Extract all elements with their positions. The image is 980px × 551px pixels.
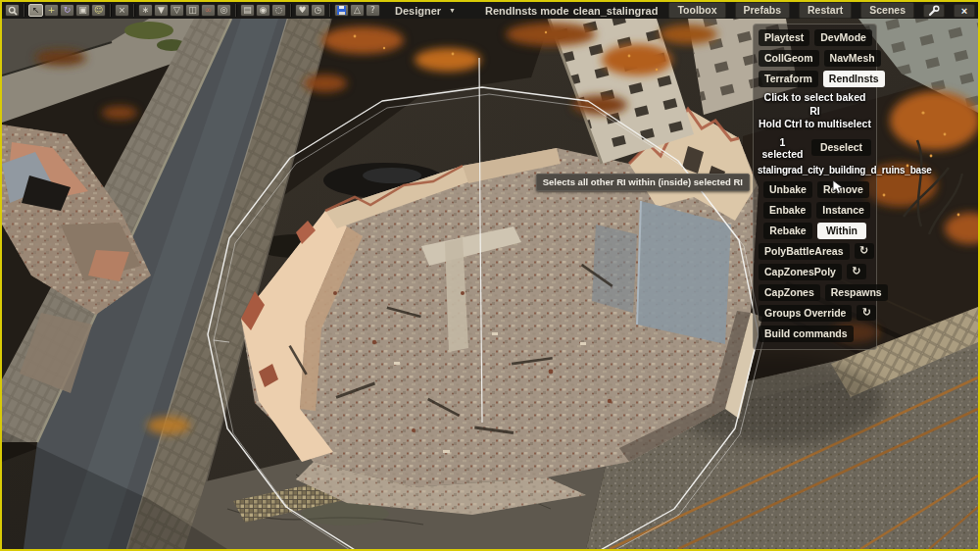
panel-row: CapZonesPoly ↻: [759, 264, 871, 280]
rendinsts-button[interactable]: RendInsts: [823, 71, 885, 87]
devmode-button[interactable]: DevMode: [814, 29, 872, 46]
surface-snap-icon[interactable]: ☺: [91, 4, 106, 17]
close-icon[interactable]: ×: [954, 4, 975, 18]
within-button[interactable]: Within: [817, 223, 866, 239]
camera-fly-icon[interactable]: ∗: [138, 4, 153, 17]
hint-line-2: Hold Ctrl to multiselect: [759, 118, 871, 131]
refresh-icon[interactable]: ↻: [855, 243, 874, 259]
save-icon[interactable]: [334, 4, 349, 17]
hint-line-1: Click to select baked RI: [759, 91, 871, 118]
prefabs-button[interactable]: Prefabs: [735, 2, 791, 19]
poly-battle-areas-button[interactable]: PolyBattleAreas: [759, 243, 850, 260]
navmesh-button[interactable]: NavMesh: [824, 50, 881, 67]
terraform-button[interactable]: Terraform: [759, 71, 818, 87]
selected-count-label: 1 selected: [759, 136, 807, 160]
delete-icon[interactable]: ×: [115, 4, 129, 17]
drop-filled-icon[interactable]: ▼: [154, 4, 169, 17]
refresh-icon[interactable]: ↻: [857, 305, 876, 321]
visibility-icon[interactable]: ◉: [256, 4, 270, 17]
document-icon[interactable]: ▤: [240, 4, 255, 17]
vehicle-icon[interactable]: ∞: [201, 4, 216, 17]
section-box-icon[interactable]: ◫: [185, 4, 200, 17]
panel-row: Enbake Instance: [763, 202, 866, 219]
history-icon[interactable]: ◷: [311, 4, 325, 17]
move-icon[interactable]: +: [44, 4, 59, 17]
rebake-button[interactable]: Rebake: [763, 223, 812, 239]
panel-row: 1 selected Deselect: [759, 136, 871, 160]
visibility-off-icon[interactable]: ◌: [271, 4, 286, 17]
cap-zones-button[interactable]: CapZones: [759, 284, 820, 301]
chevron-down-icon: ▼: [449, 7, 456, 14]
panel-row: Rebake Within: [763, 223, 866, 239]
refresh-icon[interactable]: ↻: [847, 264, 866, 279]
within-tooltip: Selects all other RI within (inside) sel…: [536, 174, 750, 191]
panel-row: Terraform RendInsts: [759, 71, 871, 87]
toolbar-right-group: clean_stalingrad Toolbox Prefabs Restart…: [573, 2, 975, 19]
deselect-button[interactable]: Deselect: [811, 139, 871, 156]
enbake-button[interactable]: Enbake: [763, 202, 811, 219]
zoom-icon[interactable]: [5, 4, 20, 17]
warning-icon[interactable]: △: [350, 4, 365, 17]
toolbar-separator: [24, 4, 25, 17]
select-icon[interactable]: ↖: [28, 4, 43, 17]
panel-row: CollGeom NavMesh: [759, 50, 871, 67]
panel-row: Unbake Remove: [763, 181, 866, 198]
drop-outline-icon[interactable]: ▽: [170, 4, 184, 17]
floppy-disk-glyph: [337, 6, 346, 15]
panel-row: CapZones Respawns: [759, 284, 871, 301]
groups-override-button[interactable]: Groups Override: [759, 305, 852, 322]
designer-mode-dropdown[interactable]: Designer ▼: [395, 5, 456, 17]
panel-row: PolyBattleAreas ↻: [759, 243, 871, 260]
unbake-button[interactable]: Unbake: [763, 181, 812, 198]
instance-button[interactable]: Instance: [816, 202, 870, 219]
toolbar-separator: [290, 4, 292, 17]
toolbar-separator: [235, 4, 237, 17]
remove-button[interactable]: Remove: [817, 181, 869, 198]
build-commands-button[interactable]: Build commands: [759, 326, 854, 342]
help-icon[interactable]: ?: [366, 4, 380, 17]
rendinsts-panel: Playtest DevMode CollGeom NavMesh Terraf…: [753, 24, 877, 350]
top-toolbar: ↖ + ↻ ▣ ☺ × ∗ ▼ ▽ ◫ ∞ ◎ ▤ ◉ ◌ ♥ ◷ △ ? De…: [2, 2, 978, 19]
playtest-button[interactable]: Playtest: [759, 29, 809, 46]
panel-row: Playtest DevMode: [759, 29, 871, 46]
toolbar-separator: [133, 4, 135, 17]
settings-wrench-button[interactable]: [923, 4, 945, 18]
cap-zones-poly-button[interactable]: CapZonesPoly: [759, 264, 842, 280]
collgeom-button[interactable]: CollGeom: [759, 50, 819, 67]
selected-asset-name: stalingrad_city_building_d_ruins_base: [758, 165, 871, 175]
map-name-label: clean_stalingrad: [573, 5, 659, 17]
designer-dropdown-label: Designer: [395, 5, 441, 17]
wrench-icon: [928, 5, 940, 17]
rotate-icon[interactable]: ↻: [60, 4, 74, 17]
favorites-icon[interactable]: ♥: [295, 4, 310, 17]
toolbar-separator: [329, 4, 331, 17]
selection-hint: Click to select baked RI Hold Ctrl to mu…: [759, 91, 871, 131]
toolbox-button[interactable]: Toolbox: [668, 2, 725, 19]
panel-row: Build commands: [759, 326, 871, 342]
target-icon[interactable]: ◎: [217, 4, 231, 17]
respawns-button[interactable]: Respawns: [825, 284, 888, 301]
restart-button[interactable]: Restart: [799, 2, 852, 19]
toolbar-separator: [110, 4, 112, 17]
editor-mode-label: RendInsts mode: [485, 5, 569, 17]
scenes-button[interactable]: Scenes: [860, 2, 914, 19]
panel-row: Groups Override ↻: [759, 305, 871, 322]
scale-icon[interactable]: ▣: [75, 4, 90, 17]
